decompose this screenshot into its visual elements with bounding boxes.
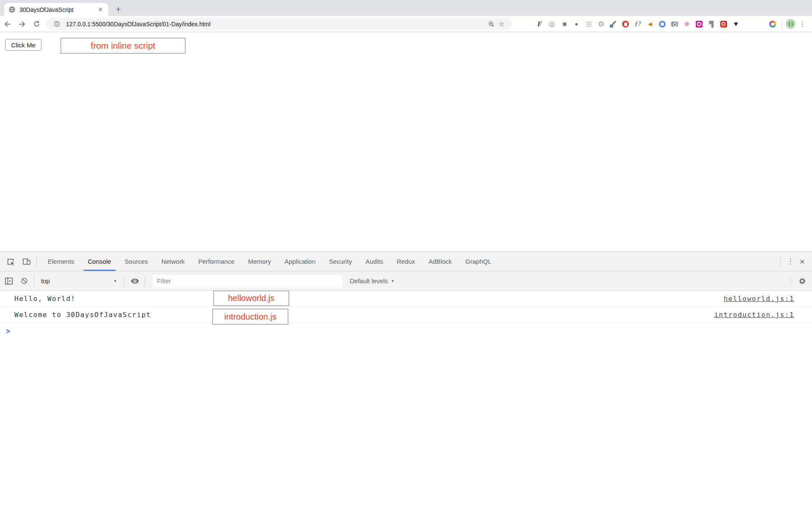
prompt-chevron-icon: > [6,327,10,335]
extension-script-f-icon[interactable]: F [535,19,545,29]
console-message-row: Welcome to 30DaysOfJavaScript introducti… [0,307,812,323]
inspect-element-icon[interactable] [5,256,16,267]
devtools-tabbar-right: ⋮ × [776,256,812,267]
console-sidebar-toggle-icon[interactable] [3,276,14,287]
source-link-helloworld[interactable]: helloworld.js:1 [724,295,794,303]
forward-icon[interactable] [15,17,29,31]
console-toolbar: top ▼ Default levels ▼ [0,271,812,291]
back-icon[interactable] [1,17,14,31]
console-message-text: Hello, World! [14,295,76,303]
extension-red-o-icon[interactable] [719,19,729,29]
tab-performance[interactable]: Performance [192,252,241,271]
tab-close-icon[interactable]: × [97,6,104,14]
globe-favicon-icon [8,6,16,13]
tab-title: 30DaysOfJavaScript [19,6,97,13]
extension-orbit-icon[interactable]: ◎ [547,19,557,29]
zoom-magnifier-icon[interactable] [486,19,497,29]
source-link-introduction[interactable]: introduction.js:1 [714,311,794,319]
toolbar-divider [782,20,782,28]
new-tab-button[interactable]: + [112,3,124,15]
frame-context-select[interactable]: top ▼ [38,277,120,284]
console-toolbar-divider [34,276,34,287]
tab-security[interactable]: Security [322,252,359,271]
console-log-area: Hello, World! helloworld.js:1 Welcome to… [0,291,812,339]
frame-context-value: top [41,277,50,284]
console-message-text: Welcome to 30DaysOfJavaScript [14,311,151,319]
live-expression-eye-icon[interactable] [129,276,140,287]
extension-pink-star-icon[interactable]: ✡ [682,19,692,29]
inline-script-box: from inline script [60,38,186,54]
reload-icon[interactable] [30,17,43,31]
device-toolbar-icon[interactable] [21,256,32,267]
tab-network[interactable]: Network [155,252,192,271]
extension-pink-gear-icon[interactable] [694,19,704,29]
extension-blue-ring-icon[interactable] [657,19,667,29]
extensions-row: F ◎ ▮▮ ● ▦ ⊙ ƒ? ◀ ✡ ▜ ♥ G w { } ⋮ [535,19,809,29]
extension-grid-icon[interactable]: ▦ [584,19,594,29]
page-viewport: Click Me from inline script [0,32,812,251]
navigation-bar: 127.0.0.1:5500/30DaysOfJavaScript/01-Day… [0,16,812,32]
tab-adblock[interactable]: AdBlock [422,252,458,271]
devtools-divider [780,256,781,267]
log-levels-select[interactable]: Default levels ▼ [350,277,395,284]
extension-g-circle-icon[interactable]: G [743,19,753,29]
console-toolbar-right [786,276,808,287]
tab-graphql[interactable]: GraphQL [458,252,498,271]
console-prompt[interactable]: > [0,323,812,339]
console-toolbar-divider [790,276,791,287]
tab-sources[interactable]: Sources [118,252,155,271]
devtools-tab-bar: Elements Console Sources Network Perform… [0,252,812,271]
chevron-down-icon: ▼ [391,279,395,283]
chevron-down-icon: ▼ [113,279,120,283]
log-levels-value: Default levels [350,277,388,284]
extension-color-ring-icon[interactable] [768,19,778,29]
extension-stop-hand-icon[interactable] [620,19,631,29]
annotation-introduction: introduction.js [212,309,288,325]
tab-elements[interactable]: Elements [41,252,81,271]
filter-input[interactable] [153,275,342,287]
address-bar[interactable]: 127.0.0.1:5500/30DaysOfJavaScript/01-Day… [47,18,512,30]
extension-eyedropper-icon[interactable] [608,19,618,29]
settings-gear-icon[interactable] [797,276,808,287]
devtools-panel: Elements Console Sources Network Perform… [0,251,812,508]
console-toolbar-divider [124,276,124,287]
devtools-close-icon[interactable]: × [796,257,809,267]
devtools-divider [36,256,37,267]
extension-megaphone-icon[interactable]: ◀ [645,19,655,29]
extension-camera-icon[interactable] [669,19,680,29]
bookmark-star-icon[interactable]: ☆ [497,19,507,29]
browser-window: 30DaysOfJavaScript × + [0,0,812,508]
tab-memory[interactable]: Memory [241,252,278,271]
console-toolbar-divider [145,276,145,287]
extension-w-circle-icon[interactable]: w [755,19,765,29]
extension-circle-dot-icon[interactable]: ⊙ [596,19,606,29]
browser-tab[interactable]: 30DaysOfJavaScript × [4,3,108,16]
click-me-button[interactable]: Click Me [5,39,41,51]
tab-redux[interactable]: Redux [390,252,422,271]
tab-application[interactable]: Application [278,252,322,271]
extension-heart-search-icon[interactable]: ♥ [731,19,741,29]
devtools-menu-icon[interactable]: ⋮ [785,257,796,266]
profile-avatar[interactable]: { } [786,19,796,29]
clear-console-icon[interactable] [19,276,30,287]
url-text[interactable]: 127.0.0.1:5500/30DaysOfJavaScript/01-Day… [66,21,486,28]
tab-audits[interactable]: Audits [359,252,390,271]
extension-function-question-icon[interactable]: ƒ? [633,19,643,29]
console-message-row: Hello, World! helloworld.js:1 [0,291,812,307]
extension-blocks-icon[interactable]: ▜ [706,19,716,29]
extension-bug-icon[interactable]: ● [571,19,582,29]
tab-strip: 30DaysOfJavaScript × + [0,0,812,16]
extension-columns-icon[interactable]: ▮▮ [559,19,569,29]
annotation-helloworld: helloworld.js [213,290,289,306]
tab-console[interactable]: Console [81,252,118,271]
browser-menu-icon[interactable]: ⋮ [798,19,807,29]
site-info-icon[interactable] [52,19,62,29]
